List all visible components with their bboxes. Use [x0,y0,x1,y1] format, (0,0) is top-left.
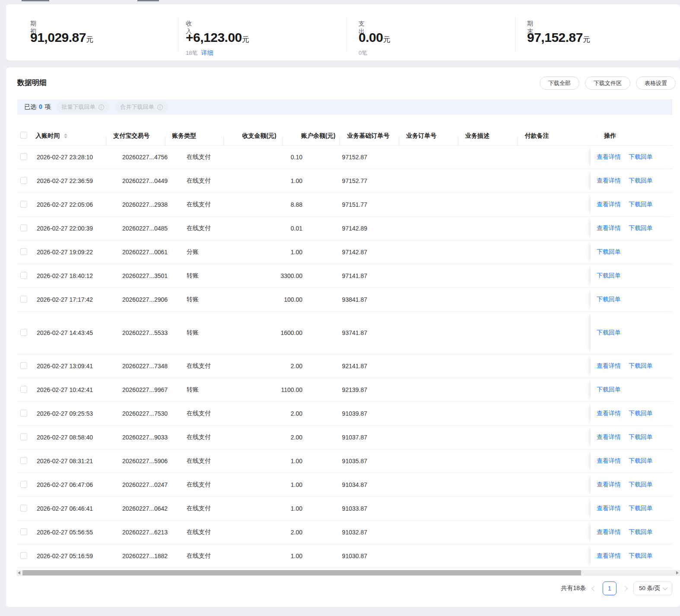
view-detail-link[interactable]: 查看详情 [597,552,621,560]
row-checkbox[interactable] [20,505,27,512]
view-detail-link[interactable]: 查看详情 [597,362,621,370]
alipay-txn-id-cell: 20260227...6213 [115,529,180,536]
actions-cell: 查看详情下载回单 [591,193,672,216]
horizontal-scrollbar[interactable] [16,570,680,576]
view-detail-link[interactable]: 查看详情 [597,528,621,536]
next-page-icon[interactable] [622,586,628,591]
view-detail-link[interactable]: 查看详情 [597,177,621,185]
amount-cell: 1100.00 [244,386,309,393]
table-row: 2026-02-27 08:31:2120260227...5906在线支付1.… [17,449,672,473]
download-receipt-link[interactable]: 下载回单 [597,329,621,337]
download-receipt-link[interactable]: 下载回单 [629,177,653,185]
sort-asc-icon [64,133,67,136]
table-header: 入账时间 支付宝交易号 账务类型 收支金额(元) 账户余额(元) 业务基础订单号… [17,126,672,145]
row-checkbox[interactable] [20,433,27,440]
sort-control[interactable] [64,133,67,139]
download-receipt-link[interactable]: 下载回单 [629,505,653,512]
page-size-select[interactable]: 50 条/页 [633,581,672,595]
download-receipt-link[interactable]: 下载回单 [629,201,653,208]
view-detail-link[interactable]: 查看详情 [597,153,621,161]
row-checkbox[interactable] [20,457,27,464]
batch-download-button[interactable]: 批量下载回单i [56,101,110,113]
actions-cell: 查看详情下载回单 [591,521,672,544]
download-receipt-link[interactable]: 下载回单 [629,457,653,465]
balance-cell: 91037.87 [309,434,372,441]
account-type-cell: 在线支付 [180,177,244,185]
divider [515,16,515,52]
scrollbar-thumb[interactable] [22,570,581,575]
download-receipt-link[interactable]: 下载回单 [629,528,653,536]
row-checkbox[interactable] [20,329,27,336]
amount-cell: 1.00 [244,553,309,559]
row-checkbox[interactable] [20,224,27,231]
scroll-left-icon[interactable] [18,571,20,575]
row-checkbox[interactable] [20,552,27,559]
account-type-cell: 在线支付 [180,505,244,512]
row-checkbox[interactable] [20,528,27,535]
entry-time-cell: 2026-02-27 05:16:59 [32,553,115,559]
row-checkbox[interactable] [20,201,27,208]
download-receipt-link[interactable]: 下载回单 [597,248,621,256]
prev-page-icon[interactable] [591,586,597,591]
view-detail-link[interactable]: 查看详情 [597,224,621,232]
view-detail-link[interactable]: 查看详情 [597,201,621,208]
download-zone-button[interactable]: 下载文件区 [585,76,630,90]
download-receipt-link[interactable]: 下载回单 [629,552,653,560]
row-checkbox[interactable] [20,248,27,255]
scroll-right-icon[interactable] [676,571,679,575]
view-detail-link[interactable]: 查看详情 [597,481,621,489]
entry-time-cell: 2026-02-27 14:43:45 [32,329,115,336]
download-receipt-link[interactable]: 下载回单 [629,224,653,232]
row-checkbox-cell [17,457,32,465]
income-detail-link[interactable]: 详细 [201,49,213,57]
view-detail-link[interactable]: 查看详情 [597,433,621,441]
entry-time-cell: 2026-02-27 06:46:41 [32,505,115,512]
balance-cell: 91035.87 [309,458,372,464]
merge-download-button[interactable]: 合并下载回单i [115,101,168,113]
select-all-cell [17,132,31,140]
balance-cell: 91032.87 [309,529,372,536]
row-checkbox[interactable] [20,153,27,160]
table-row: 2026-02-27 19:09:2220260227...0061分账1.00… [17,240,672,264]
download-receipt-link[interactable]: 下载回单 [629,153,653,161]
balance-cell: 91030.87 [309,553,372,559]
view-detail-link[interactable]: 查看详情 [597,410,621,417]
download-receipt-link[interactable]: 下载回单 [629,410,653,417]
table-settings-button[interactable]: 表格设置 [636,76,676,90]
download-receipt-link[interactable]: 下载回单 [597,272,621,280]
summary-card: 期初 91,029.87元 收入 +6,123.00元 18笔 详细 支出 0.… [6,4,680,60]
view-detail-link[interactable]: 查看详情 [597,505,621,512]
table-row: 2026-02-27 05:16:5920260227...1882在线支付1.… [17,544,672,568]
row-checkbox[interactable] [20,410,27,417]
row-checkbox[interactable] [20,362,27,369]
select-all-checkbox[interactable] [20,132,27,139]
row-checkbox[interactable] [20,272,27,279]
download-receipt-link[interactable]: 下载回单 [597,386,621,394]
row-checkbox[interactable] [20,296,27,303]
download-all-button[interactable]: 下载全部 [540,76,579,90]
table-row: 2026-02-27 23:28:1020260227...4756在线支付0.… [17,145,672,169]
actions-cell: 查看详情下载回单 [591,169,672,193]
entry-time-cell: 2026-02-27 22:36:59 [32,177,115,184]
actions-cell: 下载回单 [591,378,672,401]
view-detail-link[interactable]: 查看详情 [597,457,621,465]
current-page-button[interactable]: 1 [603,581,616,595]
entry-time-cell: 2026-02-27 17:17:42 [32,296,115,303]
row-checkbox-cell [17,386,32,394]
download-receipt-link[interactable]: 下载回单 [597,296,621,303]
row-checkbox[interactable] [20,481,27,488]
alipay-txn-id-cell: 20260227...0642 [115,505,180,512]
download-receipt-link[interactable]: 下载回单 [629,362,653,370]
income-value: +6,123.00元 [186,30,249,45]
row-checkbox[interactable] [20,386,27,393]
cutoff-artifact [137,0,159,1]
download-receipt-link[interactable]: 下载回单 [629,433,653,441]
header-order-no: 业务订单号 [399,132,458,140]
download-receipt-link[interactable]: 下载回单 [629,481,653,489]
row-checkbox[interactable] [20,177,27,184]
account-type-cell: 转账 [180,272,244,280]
table-row: 2026-02-27 06:47:0620260227...0247在线支付1.… [17,473,672,497]
balance-cell: 93841.87 [309,296,372,303]
row-checkbox-cell [17,177,32,185]
table-row: 2026-02-27 22:00:3920260227...0485在线支付0.… [17,217,672,240]
